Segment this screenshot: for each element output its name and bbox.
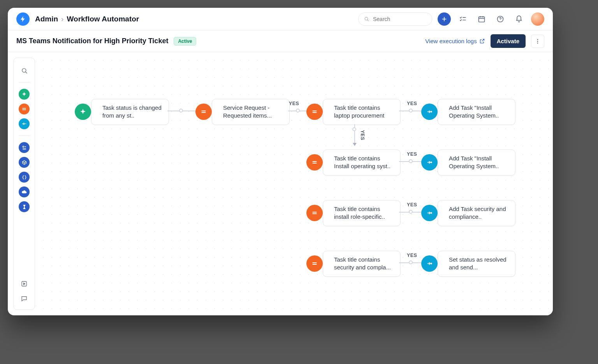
node-action-2[interactable]: Add Task "Install Operating System.. bbox=[424, 99, 515, 125]
condition-icon bbox=[306, 205, 323, 221]
node-text: Task title contains security and compla.… bbox=[323, 251, 401, 277]
node-text: Task status is changed from any st.. bbox=[91, 99, 169, 125]
node-action-4[interactable]: Add Task security and compliance.. bbox=[424, 200, 515, 226]
workflow-title: MS Teams Notification for High Priority … bbox=[16, 37, 168, 45]
action-icon bbox=[421, 255, 438, 272]
rail-app-form-icon[interactable] bbox=[19, 142, 30, 153]
event-icon bbox=[75, 104, 91, 120]
node-text: Service Request - Requested items... bbox=[212, 99, 290, 125]
svg-point-13 bbox=[431, 162, 432, 163]
connector bbox=[399, 262, 424, 263]
node-condition-1[interactable]: Service Request - Requested items... bbox=[199, 99, 290, 125]
node-text: Add Task "Install Operating System.. bbox=[438, 149, 515, 176]
connector bbox=[399, 212, 424, 213]
edge-label: YES bbox=[407, 253, 417, 258]
rail-video-icon[interactable] bbox=[19, 278, 30, 289]
condition-icon bbox=[195, 104, 212, 120]
action-icon bbox=[421, 205, 438, 221]
svg-point-4 bbox=[537, 39, 538, 40]
node-text: Set status as resolved and send... bbox=[438, 251, 515, 277]
condition-icon bbox=[306, 154, 323, 171]
rail-feedback-icon[interactable] bbox=[19, 293, 30, 304]
svg-point-10 bbox=[23, 146, 24, 147]
rail-search-icon[interactable] bbox=[19, 65, 30, 76]
execution-logs-link[interactable]: View execution logs bbox=[425, 38, 485, 44]
condition-icon bbox=[306, 104, 323, 120]
svg-point-15 bbox=[431, 263, 432, 264]
activate-button[interactable]: Activate bbox=[491, 34, 526, 48]
rail-action-icon[interactable] bbox=[19, 118, 30, 129]
rail-app-timer-icon[interactable] bbox=[19, 201, 30, 212]
edge-label: YES bbox=[407, 151, 417, 157]
external-link-icon bbox=[479, 38, 485, 44]
connector bbox=[399, 161, 424, 162]
node-text: Task title contains Install operating sy… bbox=[323, 149, 401, 176]
tasks-icon[interactable] bbox=[456, 12, 470, 26]
calendar-icon[interactable] bbox=[475, 12, 488, 26]
node-action-3[interactable]: Add Task "Install Operating System.. bbox=[424, 149, 515, 176]
app-logo[interactable] bbox=[16, 12, 30, 26]
help-icon[interactable] bbox=[494, 12, 507, 26]
subheader: MS Teams Notification for High Priority … bbox=[8, 30, 553, 52]
rail-app-cloud-icon[interactable] bbox=[19, 186, 30, 197]
breadcrumb-parent[interactable]: Admin bbox=[35, 15, 58, 23]
search-box[interactable] bbox=[358, 12, 432, 26]
node-trigger[interactable]: Task status is changed from any st.. bbox=[78, 99, 169, 125]
more-menu[interactable] bbox=[531, 35, 544, 48]
connector bbox=[354, 124, 355, 146]
edge-label: YES bbox=[289, 101, 299, 106]
connector bbox=[399, 111, 424, 111]
add-button[interactable] bbox=[438, 12, 451, 26]
connector bbox=[167, 111, 199, 111]
svg-point-9 bbox=[25, 123, 26, 124]
node-text: Add Task security and compliance.. bbox=[438, 200, 515, 226]
search-icon bbox=[364, 16, 369, 22]
rail-app-package-icon[interactable] bbox=[19, 157, 30, 168]
svg-line-8 bbox=[25, 72, 26, 73]
status-badge: Active bbox=[174, 37, 196, 46]
tool-rail bbox=[13, 58, 35, 310]
breadcrumb-current: Workflow Automator bbox=[67, 15, 139, 23]
edge-label: YES bbox=[407, 202, 417, 207]
svg-rect-2 bbox=[479, 17, 485, 22]
node-condition-4[interactable]: Task title contains install role-specifi… bbox=[310, 200, 401, 226]
node-condition-2[interactable]: Task title contains laptop procurement bbox=[310, 99, 401, 125]
condition-icon bbox=[306, 255, 323, 272]
node-text: Task title contains install role-specifi… bbox=[323, 200, 401, 226]
svg-line-1 bbox=[368, 20, 368, 21]
bell-icon[interactable] bbox=[512, 12, 526, 26]
edge-label: YES bbox=[360, 130, 365, 140]
node-text: Add Task "Install Operating System.. bbox=[438, 99, 515, 125]
app-window: Admin › Workflow Automator MS Teams Noti… bbox=[8, 8, 553, 315]
breadcrumb-sep: › bbox=[61, 15, 63, 23]
node-action-5[interactable]: Set status as resolved and send... bbox=[424, 251, 515, 277]
edge-label: YES bbox=[407, 101, 417, 106]
svg-point-5 bbox=[537, 40, 538, 41]
avatar[interactable] bbox=[531, 12, 544, 26]
svg-point-6 bbox=[537, 42, 538, 43]
action-icon bbox=[421, 154, 438, 171]
node-condition-5[interactable]: Task title contains security and compla.… bbox=[310, 251, 401, 277]
node-condition-3[interactable]: Task title contains Install operating sy… bbox=[310, 149, 401, 176]
search-input[interactable] bbox=[372, 16, 426, 23]
rail-event-icon[interactable] bbox=[19, 89, 30, 100]
editor-body: Task status is changed from any st.. Ser… bbox=[8, 52, 553, 315]
workflow-canvas[interactable]: Task status is changed from any st.. Ser… bbox=[35, 52, 553, 315]
topbar: Admin › Workflow Automator bbox=[8, 8, 553, 30]
action-icon bbox=[421, 104, 438, 120]
breadcrumb: Admin › Workflow Automator bbox=[35, 15, 139, 23]
svg-point-14 bbox=[431, 213, 432, 214]
node-text: Task title contains laptop procurement bbox=[323, 99, 401, 125]
svg-point-12 bbox=[431, 111, 432, 113]
rail-condition-icon[interactable] bbox=[19, 104, 30, 114]
rail-app-json-icon[interactable] bbox=[19, 172, 30, 183]
